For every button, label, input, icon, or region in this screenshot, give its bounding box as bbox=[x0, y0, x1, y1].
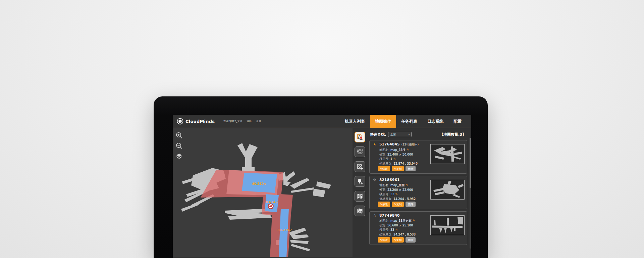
filter-dropdown[interactable]: 全部 ▾ bbox=[388, 132, 412, 137]
map-zoom-tools bbox=[175, 132, 183, 160]
logout-link[interactable]: 退出 bbox=[247, 120, 252, 123]
card-actions: ✎修改 ✎复制 删除 bbox=[378, 237, 416, 243]
map-id: 87749840 bbox=[379, 213, 400, 217]
map-side-toolbar bbox=[353, 128, 367, 257]
brand-logo: CloudMinds bbox=[177, 118, 215, 125]
modify-button[interactable]: ✎修改 bbox=[378, 237, 390, 243]
field-value: map_33层走廊 bbox=[390, 219, 412, 222]
add-poi-button[interactable] bbox=[355, 176, 365, 187]
field-label: 地图名: bbox=[379, 219, 389, 222]
field-label: 长宽: bbox=[379, 188, 386, 191]
field-label: 地图名: bbox=[379, 183, 389, 187]
card-actions: ✎修改 ✎复制 删除 bbox=[378, 166, 416, 171]
map-count-label: 【地图数量:3】 bbox=[440, 132, 466, 137]
map-list-panel: 快速查找: 全部 ▾ 【地图数量:3】 ★ 51764845 (12号使用中) bbox=[367, 128, 471, 257]
field-label: 楼层号: bbox=[379, 192, 389, 196]
laptop-frame: CloudMinds 欢迎BJDT2_Test 退出 全屏 机器人列表 地图操作… bbox=[154, 96, 488, 258]
field-label: 坐标原点: bbox=[379, 197, 392, 201]
field-value: map_腿腿 bbox=[390, 183, 405, 187]
field-label: 楼层号: bbox=[379, 228, 389, 231]
copy-button[interactable]: ✎复制 bbox=[392, 237, 404, 243]
tab-robot-list[interactable]: 机器人列表 bbox=[340, 115, 370, 128]
edit-pencil-icon[interactable]: ✎ bbox=[395, 192, 398, 196]
star-outline-icon[interactable]: ☆ bbox=[373, 213, 376, 218]
copy-button[interactable]: ✎复制 bbox=[392, 202, 404, 207]
field-value: 23.200 × 22.900 bbox=[387, 188, 413, 191]
task-list-pin-button[interactable] bbox=[355, 132, 365, 142]
filter-value: 全部 bbox=[390, 132, 396, 137]
robot-marker-icon[interactable] bbox=[268, 204, 273, 209]
edit-pencil-icon[interactable]: ✎ bbox=[407, 148, 409, 152]
map-id: 82186961 bbox=[379, 178, 400, 182]
tab-config[interactable]: 配置 bbox=[448, 115, 467, 128]
app-screen: CloudMinds 欢迎BJDT2_Test 退出 全屏 机器人列表 地图操作… bbox=[173, 115, 471, 258]
field-label: 坐标原点: bbox=[379, 233, 392, 236]
area-label-small: 8.614㎡ bbox=[266, 201, 278, 204]
chevron-down-icon: ▾ bbox=[408, 133, 410, 136]
map-marker-icon bbox=[357, 193, 363, 200]
edit-pencil-icon[interactable]: ✎ bbox=[406, 183, 408, 187]
edit-pencil-icon[interactable]: ✎ bbox=[413, 219, 415, 222]
field-value: 25.400 × 50.000 bbox=[387, 153, 413, 156]
area-label-large: 40.519㎡ bbox=[252, 182, 267, 185]
cloudminds-logo-icon bbox=[177, 118, 183, 125]
field-label: 坐标原点: bbox=[379, 162, 392, 165]
edit-pencil-icon[interactable]: ✎ bbox=[395, 228, 398, 231]
field-value: map_33楼 bbox=[390, 148, 406, 152]
map-thumbnail[interactable] bbox=[430, 144, 465, 164]
tab-log-system[interactable]: 日志系统 bbox=[422, 115, 448, 128]
field-value: 56.600 × 25.100 bbox=[387, 224, 413, 227]
map-card[interactable]: ☆ 87749840 地图名: map_33层走廊✎ 长宽: 56.600 × … bbox=[369, 211, 467, 245]
map-thumbnail[interactable] bbox=[430, 215, 465, 235]
delete-button[interactable]: 删除 bbox=[406, 202, 416, 207]
map-id: 51764845 bbox=[379, 142, 400, 146]
field-value: 33 bbox=[390, 228, 394, 231]
map-card[interactable]: ☆ 82186961 地图名: map_腿腿✎ 长宽: 23.200 × 22.… bbox=[369, 176, 467, 209]
upload-map-icon bbox=[357, 208, 363, 214]
star-outline-icon[interactable]: ☆ bbox=[373, 178, 376, 182]
add-region-icon bbox=[357, 163, 363, 170]
zoom-out-icon[interactable] bbox=[175, 142, 183, 149]
star-filled-icon[interactable]: ★ bbox=[373, 142, 376, 146]
area-label-corridor: 80.215㎡ bbox=[277, 228, 292, 232]
map-thumbnail[interactable] bbox=[430, 180, 465, 200]
card-actions: ✎修改 ✎复制 删除 bbox=[378, 202, 416, 207]
panel-scrollbar[interactable] bbox=[470, 138, 471, 249]
copy-button[interactable]: ✎复制 bbox=[392, 166, 404, 171]
zoom-in-icon[interactable] bbox=[175, 132, 183, 139]
tab-task-list[interactable]: 任务列表 bbox=[396, 115, 422, 128]
map-card-list: ★ 51764845 (12号使用中) 地图名: map_33楼✎ 长宽: 25… bbox=[369, 140, 467, 245]
map-marker-button[interactable] bbox=[355, 191, 365, 202]
main-content: 40.519㎡ 8.614㎡ 80.215㎡ bbox=[173, 128, 471, 257]
layers-icon[interactable] bbox=[175, 153, 183, 160]
quick-search-label: 快速查找: bbox=[370, 132, 386, 137]
area-select-icon bbox=[357, 148, 363, 155]
panel-header: 快速查找: 全部 ▾ 【地图数量:3】 bbox=[370, 132, 467, 137]
fullscreen-link[interactable]: 全屏 bbox=[256, 120, 261, 123]
field-label: 长宽: bbox=[379, 153, 386, 156]
add-region-button[interactable] bbox=[355, 161, 365, 172]
modify-button[interactable]: ✎修改 bbox=[378, 202, 390, 207]
area-select-button[interactable] bbox=[355, 146, 365, 157]
delete-button[interactable]: 删除 bbox=[406, 237, 416, 243]
field-value: 14.204，5.952 bbox=[393, 197, 416, 201]
brand-name: CloudMinds bbox=[185, 119, 215, 124]
occupancy-map[interactable]: 40.519㎡ 8.614㎡ 80.215㎡ bbox=[173, 128, 353, 257]
top-navbar: CloudMinds 欢迎BJDT2_Test 退出 全屏 机器人列表 地图操作… bbox=[173, 115, 471, 128]
modify-button[interactable]: ✎修改 bbox=[378, 166, 390, 171]
tab-map-operation[interactable]: 地图操作 bbox=[370, 115, 396, 128]
map-card[interactable]: ★ 51764845 (12号使用中) 地图名: map_33楼✎ 长宽: 25… bbox=[369, 140, 467, 174]
upload-map-button[interactable] bbox=[355, 206, 365, 216]
field-value: 34.247，8.533 bbox=[393, 233, 416, 236]
add-poi-icon bbox=[357, 178, 363, 185]
field-label: 地图名: bbox=[379, 148, 389, 152]
task-list-pin-icon bbox=[357, 134, 363, 140]
panel-scrollbar-thumb[interactable] bbox=[470, 138, 471, 188]
delete-button[interactable]: 删除 bbox=[406, 166, 416, 171]
welcome-text: 欢迎BJDT2_Test bbox=[223, 120, 242, 123]
field-label: 长宽: bbox=[379, 224, 386, 227]
field-value: 33 bbox=[390, 192, 394, 196]
map-canvas[interactable]: 40.519㎡ 8.614㎡ 80.215㎡ bbox=[173, 128, 353, 257]
edit-pencil-icon[interactable]: ✎ bbox=[393, 157, 396, 161]
map-in-use-note: (12号使用中) bbox=[401, 143, 419, 147]
